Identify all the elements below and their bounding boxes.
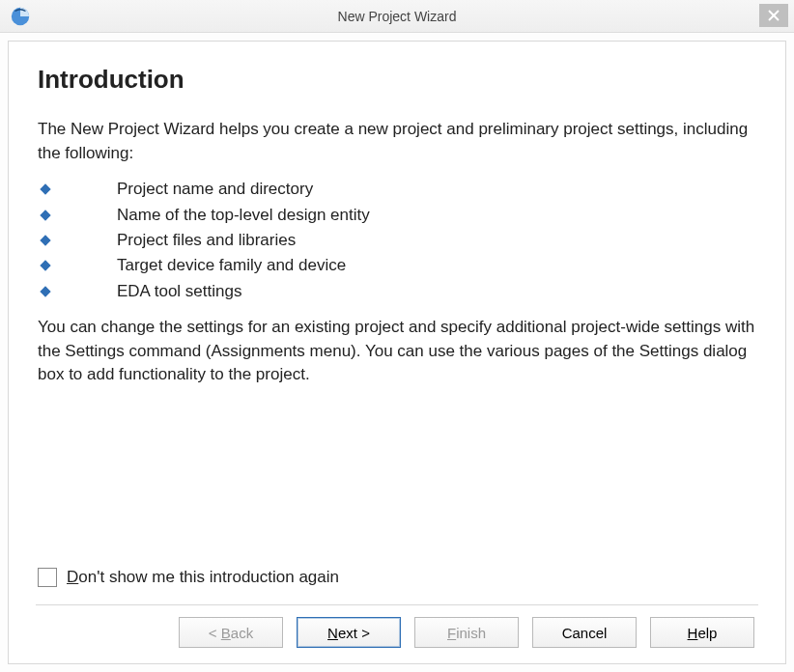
button-divider [36,604,758,605]
list-item: Name of the top-level design entity [38,203,756,228]
list-item-label: EDA tool settings [117,279,241,304]
wizard-window: New Project Wizard Introduction The New … [0,0,794,672]
list-item: Project files and libraries [38,228,756,253]
list-item-label: Project name and directory [117,177,313,202]
title-bar: New Project Wizard [0,0,794,33]
checkbox-mnemonic: D [67,568,78,586]
back-button[interactable]: < Back [179,617,283,648]
list-item-label: Target device family and device [117,253,346,278]
window-title: New Project Wizard [0,9,794,24]
content-panel: Introduction The New Project Wizard help… [8,41,786,664]
flex-spacer [38,397,756,568]
diamond-bullet-icon [40,286,50,296]
help-button[interactable]: Help [650,617,754,648]
bullet-list: Project name and directory Name of the t… [38,177,756,304]
checkbox-label: Don't show me this introduction again [67,568,339,587]
next-button[interactable]: Next > [297,617,401,648]
page-heading: Introduction [38,65,756,95]
footer-paragraph: You can change the settings for an exist… [38,316,756,387]
diamond-bullet-icon [40,261,50,271]
diamond-bullet-icon [40,235,50,245]
list-item-label: Project files and libraries [117,228,296,253]
diamond-bullet-icon [40,184,50,195]
dont-show-again-row[interactable]: Don't show me this introduction again [38,568,756,587]
checkbox-label-text: on't show me this introduction again [78,568,339,586]
wizard-body: Introduction The New Project Wizard help… [0,33,794,672]
list-item: Target device family and device [38,253,756,278]
cancel-button[interactable]: Cancel [532,617,637,648]
dont-show-again-checkbox[interactable] [38,568,57,587]
intro-paragraph: The New Project Wizard helps you create … [38,118,756,165]
finish-button[interactable]: Finish [414,617,519,648]
list-item: Project name and directory [38,177,756,202]
close-icon [768,10,780,21]
diamond-bullet-icon [40,210,50,220]
list-item-label: Name of the top-level design entity [117,203,370,228]
wizard-button-row: < Back Next > Finish Cancel Help [38,617,756,650]
list-item: EDA tool settings [38,279,756,304]
close-button[interactable] [759,4,788,27]
app-icon [10,6,31,27]
